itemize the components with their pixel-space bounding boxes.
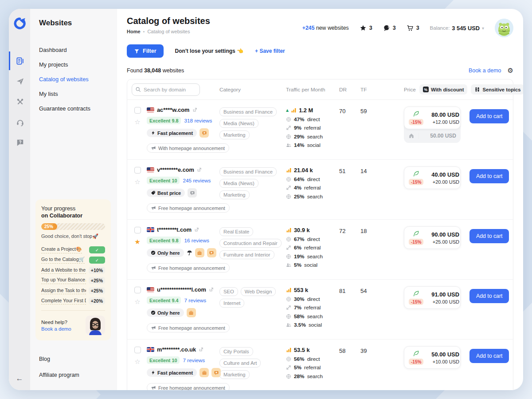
row-checkbox[interactable] [134, 287, 141, 293]
sensitive-topics-toggle[interactable]: Sensitive topics [471, 84, 523, 95]
rail-outreach-icon[interactable] [9, 72, 30, 91]
with-discount-toggle[interactable]: % With discount [419, 84, 468, 95]
category-tag: Real Estate [219, 227, 253, 236]
balance-dropdown[interactable]: Balance: 3 545 USD ▾ [430, 25, 484, 32]
website-domain[interactable]: u**************l.com [157, 286, 206, 293]
traffic-direct: 47%direct [286, 116, 336, 122]
rail-services-icon[interactable] [9, 92, 30, 111]
website-domain[interactable]: ac****w.com [157, 107, 190, 113]
rating-badge: Excellent 10 [147, 177, 180, 184]
reviews-link[interactable]: 7 reviews [183, 357, 205, 363]
user-avatar[interactable] [495, 19, 513, 37]
trend-up-icon: ▲ [286, 108, 289, 112]
messages-counter[interactable]: 3 [383, 24, 396, 32]
rating-badge: Excellent 9.8 [147, 117, 181, 124]
category-tag: Business and Finance [219, 107, 277, 116]
check-circle-icon [151, 310, 156, 315]
external-link-icon[interactable] [199, 347, 203, 352]
main-content: Catalog of websites Home • Catalog of we… [117, 9, 523, 390]
external-link-icon[interactable] [194, 227, 199, 232]
row-checkbox[interactable] [134, 227, 141, 233]
referral-icon [286, 305, 291, 310]
traffic-search: 58%search [286, 313, 336, 320]
direct-icon [286, 237, 291, 242]
sidebar-item-blog[interactable]: Blog [35, 352, 111, 366]
price-card: -15% 80.00 USD +12.00 USD 50.00 USD [404, 107, 461, 143]
sidebar-item-dashboard[interactable]: Dashboard [35, 43, 111, 57]
search-field [132, 83, 216, 96]
divider [41, 310, 105, 311]
page-title: Catalog of websites [127, 16, 210, 26]
sidebar-footer: Blog Affiliate program [35, 352, 111, 382]
sidebar-item-my-lists[interactable]: My lists [35, 87, 111, 101]
row-checkbox[interactable] [134, 107, 141, 114]
website-domain[interactable]: t********t.com [157, 226, 192, 233]
filter-button[interactable]: Filter [127, 44, 164, 58]
sidebar-title: Websites [35, 9, 111, 28]
add-to-cart-button[interactable]: Add to cart [469, 109, 509, 123]
page-header: Catalog of websites Home • Catalog of we… [127, 16, 513, 37]
breadcrumb-home[interactable]: Home [127, 29, 141, 34]
favorites-counter[interactable]: 3 [360, 24, 372, 32]
rail-faq-icon[interactable] [9, 133, 30, 152]
task-assign-task: Assign the Task to the ... +25% [41, 287, 105, 294]
sidebar-item-catalog[interactable]: Catalog of websites [35, 72, 111, 87]
add-to-cart-button[interactable]: Add to cart [469, 289, 509, 303]
website-domain[interactable]: v********e.com [157, 166, 194, 173]
globe-icon [286, 314, 291, 319]
book-demo-link[interactable]: Book a demo [469, 67, 501, 74]
add-to-cart-button[interactable]: Add to cart [469, 169, 509, 183]
favorite-star-icon[interactable]: ☆ [134, 359, 140, 365]
briefcase-badge-icon [187, 308, 196, 317]
task-done-check-icon[interactable]: ✓ [89, 257, 105, 264]
reviews-link[interactable]: 16 reviews [184, 237, 209, 244]
row-checkbox[interactable] [134, 167, 141, 174]
add-to-cart-button[interactable]: Add to cart [469, 229, 509, 243]
breadcrumb-separator: • [143, 29, 145, 34]
gear-icon[interactable]: ⚙ [508, 67, 513, 75]
favorite-star-icon[interactable]: ★ [134, 239, 140, 245]
discount-badge: -15% [409, 119, 423, 125]
tf-value: 18 [360, 226, 400, 234]
progress-card: Your progress on Collaborator 25% Good c… [35, 199, 111, 340]
task-top-up-balance: Top up Your Balance💰 +25% [41, 277, 105, 284]
reviews-link[interactable]: 7 reviews [184, 297, 206, 304]
tf-value: 59 [360, 107, 400, 115]
globe-icon [286, 374, 291, 379]
new-websites-badge[interactable]: +245 new websites [302, 25, 349, 31]
rail-websites-icon[interactable] [9, 51, 30, 70]
support-agent-avatar[interactable] [86, 316, 105, 335]
rail-support-icon[interactable] [9, 113, 30, 131]
search-input[interactable] [132, 83, 200, 96]
direct-icon [286, 296, 291, 302]
external-link-icon[interactable] [197, 167, 202, 172]
row-checkbox[interactable] [134, 347, 141, 353]
collapse-sidebar-icon[interactable]: ← [16, 374, 23, 383]
traffic-bars-icon [291, 107, 297, 113]
category-tag: SEO [219, 287, 238, 296]
website-domain[interactable]: m********.co.uk [157, 346, 196, 353]
price-amount: 90.00 USD [431, 231, 459, 238]
traffic-value: 553 k [294, 287, 308, 293]
task-done-check-icon[interactable]: ✓ [89, 246, 105, 253]
add-to-cart-button[interactable]: Add to cart [469, 349, 509, 363]
reviews-link[interactable]: 245 reviews [183, 178, 211, 184]
reviews-link[interactable]: 318 reviews [184, 118, 212, 124]
sidebar-item-affiliate-program[interactable]: Affiliate program [35, 368, 111, 382]
favorite-star-icon[interactable]: ☆ [134, 119, 140, 126]
direct-icon [286, 177, 291, 182]
tag-icon [151, 190, 156, 195]
external-link-icon[interactable] [192, 107, 197, 112]
favorite-star-icon[interactable]: ☆ [134, 299, 140, 305]
cart-counter[interactable]: 3 [407, 24, 419, 32]
sidebar-item-my-projects[interactable]: My projects [35, 57, 111, 72]
divider [419, 133, 419, 139]
favorite-star-icon[interactable]: ☆ [134, 179, 140, 186]
book-demo-link[interactable]: Book a demo [41, 326, 71, 332]
column-tf: TF [360, 87, 400, 93]
external-link-icon[interactable] [209, 287, 214, 292]
sidebar-item-guarantee-contracts[interactable]: Guarantee contracts [35, 101, 111, 116]
price-amount: 40.00 USD [431, 171, 459, 178]
collaborator-logo-icon[interactable] [9, 9, 30, 37]
save-filter-link[interactable]: + Save filter [255, 48, 285, 54]
